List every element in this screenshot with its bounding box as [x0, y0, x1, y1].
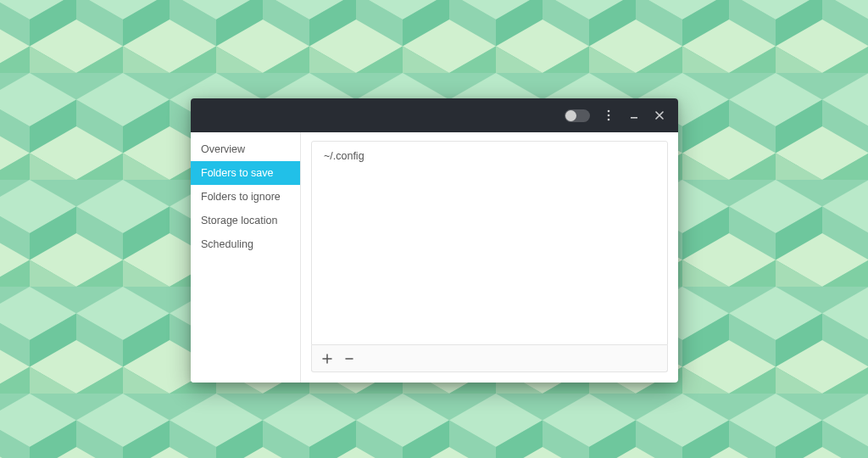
- plus-icon: [321, 353, 333, 365]
- folders-to-save-list[interactable]: ~/.config: [311, 141, 668, 345]
- auto-backup-toggle[interactable]: [565, 109, 590, 122]
- svg-point-10: [608, 110, 610, 113]
- svg-rect-13: [631, 117, 637, 119]
- content-pane: ~/.config: [301, 132, 678, 383]
- backup-preferences-window: Overview Folders to save Folders to igno…: [191, 98, 678, 383]
- close-icon: [654, 110, 665, 120]
- close-button[interactable]: [648, 103, 671, 127]
- sidebar-item-overview[interactable]: Overview: [191, 137, 300, 161]
- svg-point-11: [608, 114, 610, 117]
- kebab-menu-icon: [604, 109, 614, 121]
- sidebar-item-folders-to-ignore[interactable]: Folders to ignore: [191, 185, 300, 209]
- remove-folder-button[interactable]: [339, 349, 359, 369]
- svg-point-12: [608, 119, 610, 121]
- list-toolbar: [311, 345, 668, 372]
- sidebar-item-storage-location[interactable]: Storage location: [191, 209, 300, 232]
- settings-sidebar: Overview Folders to save Folders to igno…: [191, 132, 301, 383]
- minimize-icon: [629, 110, 639, 120]
- titlebar: [191, 98, 678, 132]
- add-folder-button[interactable]: [317, 349, 337, 369]
- sidebar-item-folders-to-save[interactable]: Folders to save: [191, 161, 300, 185]
- sidebar-item-scheduling[interactable]: Scheduling: [191, 232, 300, 256]
- minimize-button[interactable]: [622, 103, 646, 127]
- menu-button[interactable]: [597, 103, 620, 127]
- minus-icon: [343, 353, 355, 365]
- list-item[interactable]: ~/.config: [312, 142, 667, 170]
